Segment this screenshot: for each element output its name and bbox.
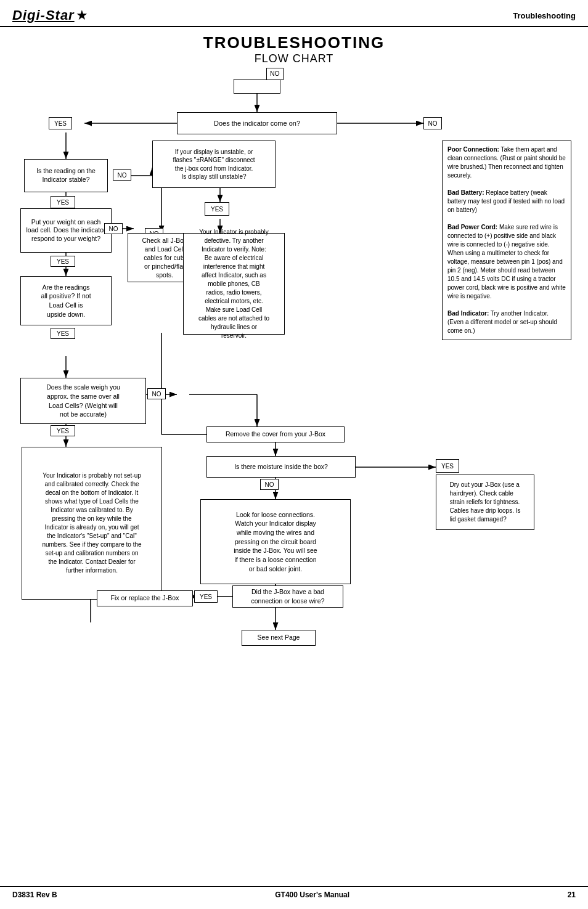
remove-cover-box: Remove the cover from your J-Box — [206, 426, 345, 442]
no1-box: NO — [423, 117, 442, 129]
bad-indicator-title: Bad Indicator: — [447, 310, 489, 317]
start-box — [234, 79, 280, 94]
is-moisture-box: Is there moisture inside the box? — [206, 456, 356, 478]
logo-text: Digi-Star — [12, 7, 75, 23]
fix-replace-box: Fix or replace the J-Box — [97, 590, 193, 606]
header-section: Troubleshooting — [513, 7, 576, 20]
indicator-not-setup-box: Your Indicator is probably not set-upand… — [22, 447, 162, 600]
no-moisture-box: NO — [260, 479, 279, 490]
dry-out-box: Dry out your J-Box (use ahairdryer). Che… — [436, 475, 534, 530]
bad-power-text: Make sure red wire is connected to (+) p… — [447, 224, 566, 300]
see-next-box: See next Page — [242, 630, 316, 646]
flowchart: Does the indicator come on? YES NO Is th… — [10, 68, 578, 900]
is-reading-stable-box: Is the reading on theIndicator stable? — [24, 159, 108, 192]
page-sub-title: FLOW CHART — [0, 52, 588, 65]
indicator-defective-box: Your Indicator is probablydefective. Try… — [183, 233, 285, 335]
logo-star: ★ — [76, 7, 88, 23]
page-header: Digi-Star★ Troubleshooting — [0, 0, 588, 27]
yes-stable-box: YES — [51, 196, 75, 208]
footer-left: D3831 Rev B — [12, 891, 57, 899]
yes1-box: YES — [49, 117, 72, 129]
does-indicator-come-on-box: Does the indicator come on? — [177, 112, 337, 134]
put-weight-box: Put your weight on eachload cell. Does t… — [20, 208, 112, 253]
does-scale-weigh-box: Does the scale weigh youapprox. the same… — [20, 378, 146, 424]
yes-jbox-box: YES — [194, 590, 218, 603]
did-jbox-bad-box: Did the J-Box have a badconnection or lo… — [232, 585, 343, 608]
info-box: Poor Connection: Take them apart and cle… — [442, 141, 571, 340]
are-readings-positive-box: Are the readingsall positive? If notLoad… — [20, 276, 112, 325]
footer-right: 21 — [568, 891, 576, 899]
no-scale-box: NO — [147, 388, 166, 399]
no-weight-box: NO — [104, 223, 123, 234]
yes-moisture-box: YES — [436, 459, 459, 473]
yes-readings-box: YES — [51, 328, 75, 339]
page-title-area: TROUBLESHOOTING FLOW CHART — [0, 33, 588, 65]
look-loose-box: Look for loose connections.Watch your In… — [200, 499, 351, 584]
unstable-display-box: If your display is unstable, orflashes "… — [152, 141, 276, 188]
no-stable-box: NO — [113, 169, 131, 181]
page-main-title: TROUBLESHOOTING — [0, 33, 588, 52]
yes-indicator-setup-box: YES — [51, 425, 75, 436]
page-footer: D3831 Rev B GT400 User's Manual 21 — [0, 886, 588, 903]
logo-area: Digi-Star★ — [12, 7, 88, 23]
yes-weight-box: YES — [51, 256, 75, 267]
bad-battery-title: Bad Battery: — [447, 189, 484, 196]
poor-connection-title: Poor Connection: — [447, 146, 499, 153]
yes-unstable-box: YES — [205, 202, 229, 216]
no-jbox-box: NO — [266, 68, 284, 80]
footer-center: GT400 User's Manual — [275, 891, 349, 899]
bad-power-title: Bad Power Cord: — [447, 224, 497, 230]
